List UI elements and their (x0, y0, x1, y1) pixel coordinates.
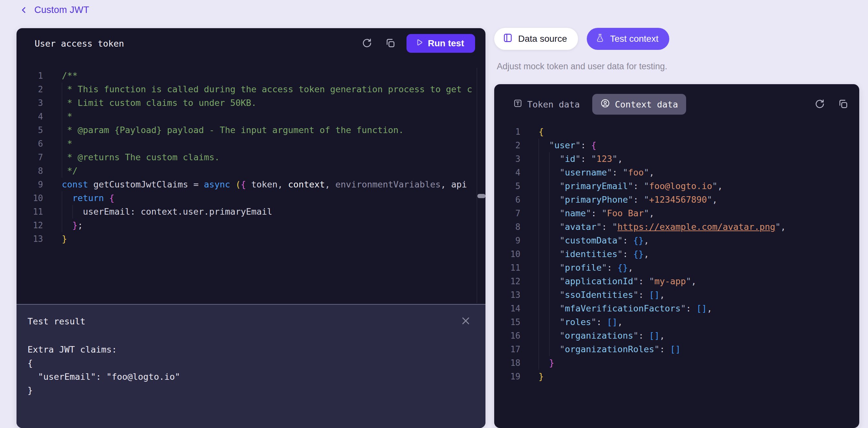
line-number: 5 (17, 125, 43, 135)
code-token: identities (565, 247, 618, 261)
code-token: , (325, 178, 336, 191)
code-token: : (633, 193, 644, 207)
close-test-result-button[interactable] (459, 314, 472, 328)
code-line: 5* @param {Payload} payload - The input … (17, 123, 486, 137)
code-token: context (288, 178, 325, 191)
line-number: 10 (494, 249, 520, 259)
code-token: : (659, 342, 670, 356)
code-token: [] (607, 315, 618, 329)
code-line: 1/** (17, 69, 486, 83)
code-token: " (560, 207, 565, 220)
line-number: 15 (494, 317, 520, 327)
code-token: , (644, 247, 649, 261)
back-link[interactable]: Custom JWT (20, 4, 89, 15)
code-token: : (596, 315, 607, 329)
json-line: 2"user": { (494, 139, 859, 152)
indent-guide (62, 96, 67, 110)
code-token: " (712, 179, 717, 193)
indent-guide (549, 220, 560, 234)
tab-token-data[interactable]: Token data (513, 94, 580, 115)
code-text: "avatar": "https://example.com/avatar.pn… (538, 220, 786, 234)
code-token: " (644, 179, 649, 193)
json-line: 15"roles": [], (494, 315, 859, 329)
flask-icon (595, 33, 605, 45)
code-text: * (62, 137, 72, 151)
code-token: * @returns The custom claims. (67, 151, 219, 164)
code-token: [] (649, 329, 659, 342)
line-number: 11 (494, 263, 520, 273)
code-token: " (560, 275, 565, 288)
indent-guide (538, 179, 549, 193)
indent-guide (62, 137, 67, 151)
code-token: foo@logto.io (649, 179, 712, 193)
indent-guide (549, 275, 560, 288)
code-token: /** (62, 69, 78, 83)
copy-button[interactable] (384, 37, 397, 50)
code-token: } (62, 232, 67, 246)
test-context-button[interactable]: Test context (587, 28, 669, 50)
code-line: 11userEmail: context.user.primaryEmail (17, 205, 486, 218)
json-line: 17"organizationRoles": [] (494, 342, 859, 356)
code-token: : (623, 247, 633, 261)
indent-guide (62, 151, 67, 164)
code-token: async (204, 178, 236, 191)
code-token: " (623, 166, 628, 179)
indent-guide (538, 193, 549, 207)
code-token: https://example.com/avatar.png (618, 220, 775, 234)
code-token: " (560, 288, 565, 302)
indent-guide (549, 207, 560, 220)
code-token: , (649, 207, 654, 220)
tab-context-data-label: Context data (615, 99, 678, 110)
code-token: " (560, 220, 565, 234)
code-token: primaryEmail (565, 179, 628, 193)
code-token: avatar (565, 220, 596, 234)
context-copy-button[interactable] (837, 98, 849, 111)
code-token: , (618, 315, 623, 329)
code-token: " (576, 152, 581, 166)
code-text: "roles": [], (538, 315, 623, 329)
indent-guide (62, 110, 67, 123)
indent-guide (538, 315, 549, 329)
tab-context-data[interactable]: Context data (592, 94, 686, 115)
back-label[interactable]: Custom JWT (34, 4, 89, 15)
indent-guide (549, 261, 560, 275)
code-token: [] (649, 288, 659, 302)
code-token: ssoIdentities (565, 288, 633, 302)
code-text: "ssoIdentities": [], (538, 288, 665, 302)
code-token: profile (565, 261, 602, 275)
code-text: return { (62, 191, 115, 205)
code-editor[interactable]: 1/**2* This function is called during th… (17, 69, 486, 246)
run-test-button[interactable]: Run test (406, 34, 475, 53)
indent-guide (538, 288, 549, 302)
code-line: 3* Limit custom claims to under 50KB. (17, 96, 486, 110)
test-result-output: Extra JWT claims:{ "userEmail": "foo@log… (28, 343, 476, 397)
json-line: 14"mfaVerificationFactors": [], (494, 302, 859, 315)
code-token: * (67, 110, 72, 123)
context-refresh-button[interactable] (813, 98, 826, 111)
editor-scrollbar-thumb[interactable] (477, 194, 486, 198)
code-text: } (538, 370, 544, 383)
code-token: " (681, 302, 686, 315)
code-token: , (659, 288, 665, 302)
code-token: userEmail: context.user.primaryEmail (83, 205, 272, 218)
indent-guide (62, 218, 72, 232)
code-token: " (707, 193, 712, 207)
code-token: username (565, 166, 607, 179)
code-token: 123 (596, 152, 612, 166)
code-token: " (618, 247, 623, 261)
indent-guide (538, 302, 549, 315)
context-data-json-editor[interactable]: 1{2"user": {3"id": "123",4"username": "f… (494, 125, 859, 383)
code-token: " (633, 288, 639, 302)
refresh-button[interactable] (361, 37, 373, 50)
code-token: " (560, 342, 565, 356)
code-token: { (591, 139, 596, 152)
data-source-button[interactable]: Data source (494, 28, 578, 50)
indent-guide (549, 193, 560, 207)
code-token: ; (78, 218, 83, 232)
code-token: foo (628, 166, 644, 179)
data-source-label: Data source (518, 34, 567, 44)
line-number: 12 (17, 220, 43, 230)
indent-guide (549, 234, 560, 247)
editor-header: User access token Run test (17, 28, 486, 59)
line-number: 16 (494, 331, 520, 341)
